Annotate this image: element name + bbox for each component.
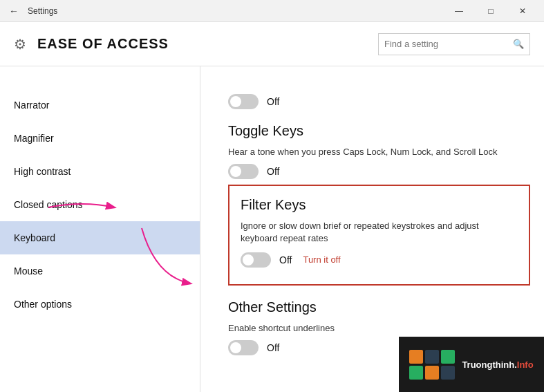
filter-keys-desc: Ignore or slow down brief or repeated ke… [241, 220, 518, 245]
sidebar-item-mouse[interactable]: Mouse [0, 254, 200, 288]
sidebar-item-closed-captions[interactable]: Closed captions [0, 188, 200, 221]
other-settings-toggle[interactable] [228, 340, 259, 355]
toggle-keys-desc: Hear a tone when you press Caps Lock, Nu… [228, 146, 530, 158]
close-button[interactable]: ✕ [507, 0, 538, 22]
logo-cell-2 [425, 350, 439, 364]
turn-it-off-link[interactable]: Turn it off [303, 254, 340, 265]
toggle-keys-title: Toggle Keys [228, 123, 530, 139]
sidebar-item-high-contrast[interactable]: High contrast [0, 155, 200, 188]
filter-keys-toggle[interactable] [241, 252, 271, 268]
search-input[interactable] [384, 39, 513, 49]
logo-cell-4 [409, 366, 423, 380]
window-title: Settings [28, 6, 57, 16]
filter-keys-section: Filter Keys Ignore or slow down brief or… [228, 185, 530, 285]
watermark-logo [409, 350, 455, 380]
toggle-keys-section: Toggle Keys Hear a tone when you press C… [228, 123, 530, 179]
window-controls: — □ ✕ [443, 0, 538, 22]
header-bar: ⚙ EASE OF ACCESS 🔍 [0, 22, 544, 66]
watermark-text-white: Truongthinh. [462, 360, 516, 370]
filter-keys-toggle-label: Off [279, 254, 292, 265]
shortcut-underlines-label: Enable shortcut underlines [228, 322, 530, 335]
search-icon: 🔍 [513, 39, 524, 49]
filter-keys-title: Filter Keys [241, 197, 518, 213]
watermark: Truongthinh.Info [399, 337, 544, 392]
watermark-text-red: Info [517, 360, 534, 370]
sidebar-item-other-options[interactable]: Other options [0, 288, 200, 321]
toggle-keys-label: Off [267, 166, 279, 177]
logo-cell-6 [441, 366, 455, 380]
logo-cell-3 [441, 350, 455, 364]
filter-keys-toggle-row: Off Turn it off [241, 252, 518, 268]
title-bar: ← Settings — □ ✕ [0, 0, 544, 22]
toggle-keys-toggle[interactable] [228, 164, 259, 179]
top-toggle-row: Off [228, 94, 530, 109]
maximize-button[interactable]: □ [475, 0, 507, 22]
other-settings-toggle-label: Off [267, 342, 279, 353]
top-toggle-label: Off [267, 96, 279, 107]
other-settings-title: Other Settings [228, 299, 530, 315]
other-settings-knob [230, 342, 241, 353]
sidebar-item-keyboard[interactable]: Keyboard [0, 221, 200, 254]
top-toggle[interactable] [228, 94, 259, 109]
watermark-text: Truongthinh.Info [462, 360, 533, 370]
toggle-keys-knob [230, 166, 241, 177]
toggle-keys-toggle-row: Off [228, 164, 530, 179]
search-box[interactable]: 🔍 [378, 33, 530, 55]
sidebar: Narrator Magnifier High contrast Closed … [0, 22, 200, 392]
settings-icon: ⚙ [14, 36, 26, 53]
logo-cell-1 [409, 350, 423, 364]
app-title: EASE OF ACCESS [37, 36, 367, 52]
logo-cell-5 [425, 366, 439, 380]
filter-keys-knob [243, 254, 254, 265]
top-toggle-knob [230, 96, 241, 107]
back-button[interactable]: ← [6, 6, 22, 17]
minimize-button[interactable]: — [443, 0, 475, 22]
sidebar-item-magnifier[interactable]: Magnifier [0, 122, 200, 155]
sidebar-item-narrator[interactable]: Narrator [0, 88, 200, 122]
